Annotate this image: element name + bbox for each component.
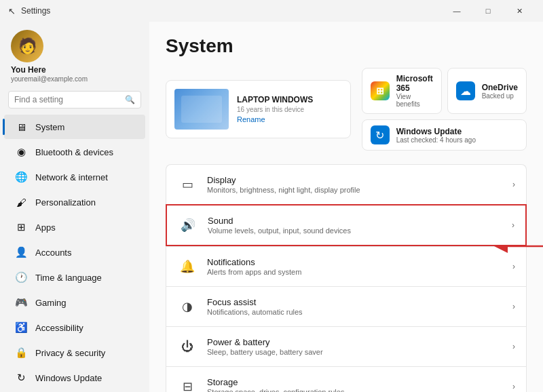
- accessibility-icon: ♿: [15, 321, 27, 334]
- focus-settings-title: Focus assist: [207, 297, 503, 307]
- notifications-settings-text: NotificationsAlerts from apps and system: [207, 257, 503, 276]
- sidebar-item-label-apps: Apps: [35, 222, 56, 233]
- storage-chevron-icon: ›: [512, 382, 515, 391]
- winupdate-sub: Last checked: 4 hours ago: [396, 136, 476, 144]
- power-settings-text: Power & batterySleep, battery usage, bat…: [207, 337, 503, 356]
- sound-settings-title: Sound: [208, 216, 502, 226]
- ms365-card[interactable]: ⊞ Microsoft 365 View benefits: [362, 68, 442, 114]
- settings-item-display[interactable]: ▭DisplayMonitors, brightness, night ligh…: [166, 164, 527, 204]
- focus-settings-text: Focus assistNotifications, automatic rul…: [207, 297, 503, 316]
- sidebar-item-accessibility[interactable]: ♿Accessibility: [4, 315, 145, 340]
- display-chevron-icon: ›: [512, 180, 515, 189]
- user-name: You Here: [11, 65, 88, 75]
- storage-settings-title: Storage: [207, 377, 503, 387]
- sidebar-item-label-accounts: Accounts: [35, 248, 71, 258]
- ms365-icon: ⊞: [371, 81, 390, 100]
- accounts-icon: 👤: [15, 246, 27, 258]
- maximize-button[interactable]: □: [472, 0, 504, 22]
- windowsupdate-icon: ↻: [15, 372, 27, 384]
- device-card[interactable]: LAPTOP WINDOWS 16 years in this device R…: [166, 80, 351, 138]
- sound-settings-desc: Volume levels, output, input, sound devi…: [208, 227, 502, 235]
- sidebar-item-gaming[interactable]: 🎮Gaming: [4, 290, 145, 315]
- sidebar-item-label-time: Time & language: [35, 273, 102, 283]
- sidebar-item-label-system: System: [35, 122, 64, 132]
- sidebar-item-windowsupdate[interactable]: ↻Windows Update: [4, 366, 145, 390]
- minimize-button[interactable]: —: [441, 0, 472, 22]
- sidebar: 🧑 You Here youremail@example.com 🔍 🖥Syst…: [0, 22, 149, 392]
- avatar: 🧑: [11, 30, 43, 62]
- settings-item-focus[interactable]: ◑Focus assistNotifications, automatic ru…: [166, 286, 527, 326]
- display-settings-icon: ▭: [177, 174, 198, 195]
- sidebar-item-system[interactable]: 🖥System: [4, 115, 145, 139]
- sidebar-item-apps[interactable]: ⊞Apps: [4, 215, 145, 239]
- time-icon: 🕐: [15, 271, 27, 283]
- sidebar-nav: 🖥System◉Bluetooth & devices🌐Network & in…: [0, 114, 149, 391]
- ms365-sub: View benefits: [396, 93, 433, 108]
- onedrive-sub: Backed up: [482, 92, 518, 100]
- rename-link[interactable]: Rename: [237, 115, 313, 123]
- gaming-icon: 🎮: [15, 296, 27, 309]
- display-settings-title: Display: [207, 175, 503, 185]
- user-email: youremail@example.com: [11, 75, 88, 83]
- winupdate-title: Windows Update: [396, 127, 476, 136]
- sidebar-item-bluetooth[interactable]: ◉Bluetooth & devices: [4, 140, 145, 164]
- search-box[interactable]: 🔍: [8, 91, 141, 109]
- user-profile[interactable]: 🧑 You Here youremail@example.com: [0, 22, 149, 88]
- notifications-settings-icon: 🔔: [177, 256, 198, 277]
- apps-icon: ⊞: [15, 221, 27, 233]
- sidebar-item-time[interactable]: 🕐Time & language: [4, 265, 145, 290]
- top-cards-row: ⊞ Microsoft 365 View benefits ☁ OneDrive…: [362, 68, 527, 114]
- device-sub: 16 years in this device: [237, 106, 313, 113]
- winupdate-card[interactable]: ↻ Windows Update Last checked: 4 hours a…: [362, 119, 527, 151]
- personalization-icon: 🖌: [15, 196, 27, 208]
- search-icon: 🔍: [125, 95, 135, 104]
- power-settings-icon: ⏻: [177, 336, 198, 357]
- sidebar-item-label-gaming: Gaming: [35, 298, 67, 308]
- storage-settings-icon: ⊟: [177, 376, 198, 392]
- focus-chevron-icon: ›: [512, 302, 515, 311]
- sound-settings-icon: 🔊: [178, 215, 198, 235]
- ms365-title: Microsoft 365: [396, 74, 433, 93]
- settings-item-sound[interactable]: 🔊SoundVolume levels, output, input, soun…: [166, 204, 527, 246]
- main-content: System LAPTOP WINDOWS 16 years in this d…: [149, 22, 543, 392]
- sidebar-item-network[interactable]: 🌐Network & internet: [4, 165, 145, 189]
- storage-settings-text: StorageStorage space, drives, configurat…: [207, 377, 503, 392]
- device-thumbnail: [174, 89, 229, 130]
- focus-settings-desc: Notifications, automatic rules: [207, 308, 503, 316]
- search-input[interactable]: [14, 95, 121, 104]
- sidebar-item-personalization[interactable]: 🖌Personalization: [4, 190, 145, 214]
- power-chevron-icon: ›: [512, 342, 515, 351]
- network-icon: 🌐: [15, 171, 27, 183]
- page-title: System: [166, 35, 527, 57]
- settings-item-notifications[interactable]: 🔔NotificationsAlerts from apps and syste…: [166, 246, 527, 286]
- system-icon: 🖥: [15, 121, 27, 133]
- sidebar-item-label-bluetooth: Bluetooth & devices: [35, 147, 113, 157]
- device-text: LAPTOP WINDOWS 16 years in this device R…: [237, 95, 313, 123]
- onedrive-card[interactable]: ☁ OneDrive Backed up: [447, 68, 527, 114]
- winupdate-icon: ↻: [371, 125, 390, 144]
- onedrive-text: OneDrive Backed up: [482, 83, 518, 100]
- cursor-icon: ↖: [8, 6, 16, 16]
- privacy-icon: 🔒: [15, 347, 27, 359]
- sound-settings-text: SoundVolume levels, output, input, sound…: [208, 216, 502, 235]
- storage-settings-desc: Storage space, drives, configuration rul…: [207, 388, 503, 392]
- settings-item-storage[interactable]: ⊟StorageStorage space, drives, configura…: [166, 366, 527, 392]
- close-button[interactable]: ✕: [504, 0, 535, 22]
- power-settings-desc: Sleep, battery usage, battery saver: [207, 348, 503, 356]
- notifications-settings-desc: Alerts from apps and system: [207, 268, 503, 276]
- user-info: You Here youremail@example.com: [11, 65, 88, 83]
- sidebar-item-accounts[interactable]: 👤Accounts: [4, 240, 145, 264]
- sidebar-item-label-accessibility: Accessibility: [35, 323, 83, 333]
- sound-chevron-icon: ›: [512, 220, 514, 230]
- settings-list: ▭DisplayMonitors, brightness, night ligh…: [166, 164, 527, 392]
- title-bar: ↖ Settings — □ ✕: [0, 0, 543, 22]
- device-name: LAPTOP WINDOWS: [237, 95, 313, 104]
- sidebar-item-label-windowsupdate: Windows Update: [35, 373, 102, 383]
- top-section: LAPTOP WINDOWS 16 years in this device R…: [166, 68, 527, 151]
- app-body: 🧑 You Here youremail@example.com 🔍 🖥Syst…: [0, 22, 543, 392]
- window-controls: — □ ✕: [441, 0, 535, 22]
- settings-item-power[interactable]: ⏻Power & batterySleep, battery usage, ba…: [166, 326, 527, 366]
- display-settings-text: DisplayMonitors, brightness, night light…: [207, 175, 503, 194]
- sidebar-item-privacy[interactable]: 🔒Privacy & security: [4, 340, 145, 365]
- side-cards: ⊞ Microsoft 365 View benefits ☁ OneDrive…: [362, 68, 527, 151]
